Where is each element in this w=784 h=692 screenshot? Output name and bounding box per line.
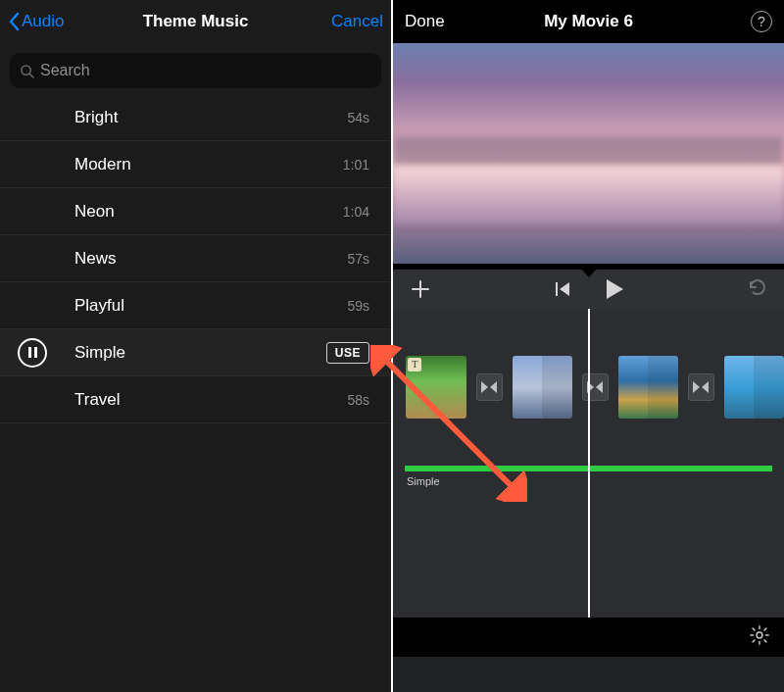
list-item-selected[interactable]: Simple USE	[0, 329, 391, 376]
search-input[interactable]: Search	[10, 53, 381, 88]
track-duration: 54s	[347, 110, 369, 125]
video-clip[interactable]	[618, 356, 678, 419]
back-button[interactable]: Audio	[8, 12, 64, 31]
undo-button[interactable]	[747, 278, 784, 300]
title-badge: T	[408, 358, 421, 371]
help-button[interactable]: ?	[751, 11, 772, 32]
transition-button[interactable]	[582, 373, 609, 401]
skip-back-icon	[554, 281, 571, 297]
list-item[interactable]: Neon 1:04	[0, 188, 391, 235]
track-label: Bright	[74, 108, 118, 127]
settings-button[interactable]	[749, 624, 770, 650]
project-title: My Movie 6	[393, 12, 784, 31]
track-label: Simple	[74, 343, 125, 363]
track-duration: 58s	[347, 392, 369, 408]
pause-icon	[28, 347, 37, 358]
track-duration: 59s	[347, 298, 369, 314]
svg-line-1	[29, 74, 33, 77]
pause-button[interactable]	[18, 338, 47, 368]
transition-icon	[692, 380, 710, 394]
search-placeholder: Search	[40, 62, 90, 79]
editor-navbar: Done My Movie 6 ?	[393, 0, 784, 43]
timeline[interactable]: T Simple	[393, 309, 784, 657]
done-button[interactable]: Done	[405, 12, 445, 31]
track-label: Playful	[74, 296, 124, 316]
help-icon: ?	[758, 14, 765, 29]
track-label: Modern	[74, 155, 131, 174]
transition-button[interactable]	[688, 373, 714, 401]
back-label: Audio	[22, 12, 64, 31]
use-button[interactable]: USE	[326, 342, 369, 364]
playhead-line[interactable]	[588, 309, 590, 657]
plus-icon	[411, 279, 430, 299]
undo-icon	[747, 278, 768, 296]
add-media-button[interactable]	[393, 279, 448, 299]
track-duration: 1:04	[343, 204, 369, 220]
list-item[interactable]: Travel 58s	[0, 376, 391, 423]
cancel-button[interactable]: Cancel	[331, 12, 383, 31]
track-label: News	[74, 249, 117, 269]
play-button[interactable]	[605, 278, 624, 300]
audio-clip-label: Simple	[407, 475, 784, 487]
gear-icon	[749, 624, 770, 646]
track-duration: 57s	[347, 251, 369, 267]
list-item[interactable]: Modern 1:01	[0, 141, 391, 188]
video-clip[interactable]	[513, 356, 572, 419]
play-icon	[605, 278, 624, 300]
theme-music-navbar: Audio Theme Music Cancel	[0, 0, 391, 43]
list-item[interactable]: Bright 54s	[0, 94, 391, 141]
editor-bottom-bar	[393, 618, 784, 657]
playhead-marker-icon	[580, 268, 598, 277]
track-duration: 1:01	[343, 157, 369, 173]
transition-icon	[480, 380, 498, 394]
playback-toolbar	[393, 270, 784, 309]
theme-music-list: Bright 54s Modern 1:01 Neon 1:04 News 57…	[0, 94, 391, 423]
video-clip[interactable]	[724, 356, 784, 419]
chevron-left-icon	[8, 12, 20, 31]
track-label: Travel	[74, 390, 121, 410]
video-clip[interactable]: T	[406, 356, 466, 419]
video-preview[interactable]	[393, 43, 784, 264]
list-item[interactable]: Playful 59s	[0, 282, 391, 329]
skip-back-button[interactable]	[554, 281, 571, 297]
svg-point-2	[757, 632, 762, 638]
list-item[interactable]: News 57s	[0, 235, 391, 282]
transition-button[interactable]	[476, 373, 503, 401]
search-icon	[20, 64, 34, 78]
track-label: Neon	[74, 202, 115, 222]
